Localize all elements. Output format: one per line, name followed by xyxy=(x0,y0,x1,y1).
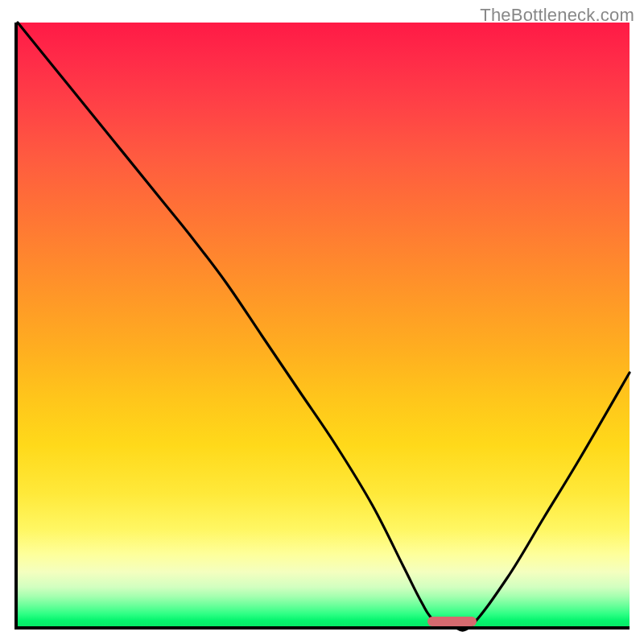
min-marker-pill xyxy=(427,617,477,626)
bottleneck-curve xyxy=(18,23,630,630)
curve-svg xyxy=(18,23,630,626)
chart-container: TheBottleneck.com xyxy=(0,0,644,644)
plot-area xyxy=(14,23,630,630)
